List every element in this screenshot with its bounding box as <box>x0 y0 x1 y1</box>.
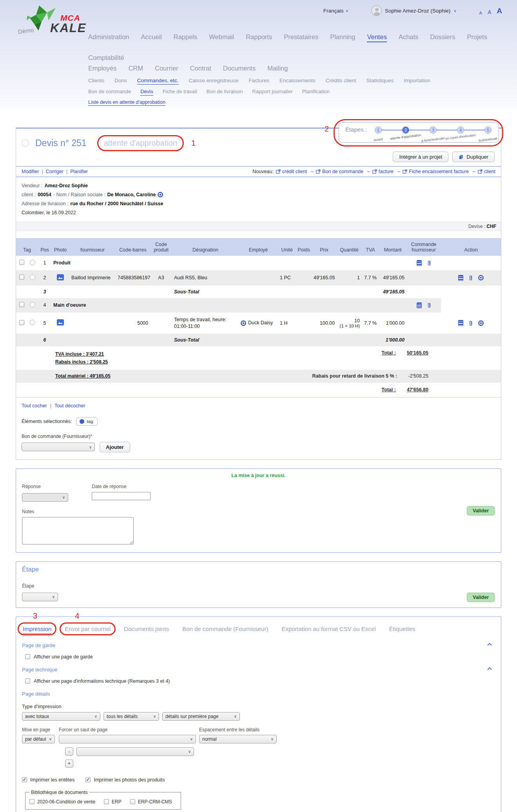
main-nav-item[interactable]: Employés <box>88 65 116 72</box>
tech-page-checkbox[interactable] <box>25 678 30 684</box>
tab-documents-joints[interactable]: Documents joints <box>124 626 169 632</box>
sub-nav-item[interactable]: Planification <box>302 89 330 96</box>
sub-nav-item[interactable]: Statistiques <box>366 78 394 85</box>
stepper-step[interactable]: 4 en cours d'exécution <box>457 127 464 134</box>
main-nav-item[interactable]: Contrat <box>190 65 211 72</box>
main-nav-item[interactable]: Dossiers <box>430 33 455 42</box>
main-nav-item[interactable]: Courrier <box>155 65 178 72</box>
remove-break-button[interactable]: - <box>65 747 73 756</box>
page-break-extra-select[interactable]: ∨ <box>76 747 194 756</box>
row-checkbox[interactable] <box>19 320 24 325</box>
cover-page-checkbox[interactable] <box>25 654 30 659</box>
main-nav-item[interactable]: Webmail <box>209 33 234 42</box>
plan-link[interactable]: Planifier <box>70 169 88 174</box>
paperclip-icon[interactable] <box>427 302 431 308</box>
stepper-step[interactable]: 3 à livrer/exécuter <box>430 127 437 134</box>
stepper-step[interactable]: 1 ouvert <box>375 127 382 134</box>
main-nav-item[interactable]: Projets <box>467 33 487 42</box>
collapse-chevron-icon[interactable] <box>487 643 492 647</box>
main-nav-item[interactable]: Ventes <box>367 33 386 42</box>
doc-erp-crm-cms-checkbox[interactable] <box>130 799 135 804</box>
duplicate-button[interactable]: Dupliquer <box>452 152 495 162</box>
sub-nav-item[interactable]: Rapport journalier <box>252 89 292 96</box>
row-radio[interactable] <box>30 260 35 265</box>
tab-etiquettes[interactable]: Étiquettes <box>389 626 415 632</box>
tab-impression[interactable]: Impression <box>23 626 51 634</box>
layout-select[interactable]: par défaut∨ <box>22 735 55 743</box>
sub-nav-item[interactable]: Fiche de travail <box>163 89 197 96</box>
validate-response-button[interactable]: Valider <box>467 506 495 515</box>
font-size-medium-button[interactable]: A <box>488 9 491 15</box>
new-link[interactable]: Fiche encaissement facture <box>403 169 475 174</box>
new-link[interactable]: client <box>478 169 495 174</box>
paperclip-icon[interactable] <box>469 320 473 326</box>
main-nav-item[interactable]: Achats <box>399 33 418 42</box>
language-selector[interactable]: Français ∨ <box>323 8 348 14</box>
main-nav-item[interactable]: Planning <box>330 33 355 42</box>
main-nav-item[interactable]: Rapports <box>246 33 272 42</box>
row-radio[interactable] <box>30 275 35 280</box>
validate-step-button[interactable]: Valider <box>467 593 495 602</box>
doc-erp-checkbox[interactable] <box>104 799 109 804</box>
reponse-select[interactable]: ∨ <box>22 493 68 502</box>
sub-nav-item[interactable]: Bon de livraison <box>207 89 243 96</box>
modify-link[interactable]: Modifier <box>22 169 39 174</box>
tab-bon-commande[interactable]: Bon de commande (Fournisseur) <box>182 626 268 632</box>
add-break-button[interactable]: + <box>65 760 73 768</box>
new-link[interactable]: crédit client <box>276 169 314 174</box>
paperclip-icon[interactable] <box>469 275 473 281</box>
sub-nav-item[interactable]: Encaissements <box>279 78 316 85</box>
sub-nav-item[interactable]: Clients <box>88 78 104 85</box>
view-row-eye-icon[interactable] <box>478 320 484 326</box>
photo-icon[interactable] <box>57 319 64 326</box>
details-icon[interactable] <box>458 320 463 326</box>
new-link[interactable]: Bon de commande <box>316 169 370 174</box>
main-nav-item[interactable]: Rappels <box>174 33 198 42</box>
notes-textarea[interactable] <box>22 517 134 544</box>
sub-nav-item[interactable]: Factures <box>249 78 269 85</box>
date-reponse-input[interactable] <box>92 492 151 500</box>
new-link[interactable]: facture <box>372 169 400 174</box>
stepper-step[interactable]: 2 attente d'approbation <box>402 127 409 134</box>
user-menu[interactable]: Sophie Amez-Droz (Sophie) ∨ <box>371 5 457 16</box>
font-size-small-button[interactable]: A <box>479 11 482 15</box>
main-nav-item[interactable]: Prestataires <box>284 33 318 42</box>
view-row-eye-icon[interactable] <box>478 275 484 280</box>
print-type-select[interactable]: avec totaux∨ <box>22 712 100 721</box>
row-radio[interactable] <box>30 302 35 307</box>
add-button[interactable]: Ajouter <box>100 442 130 452</box>
row-checkbox[interactable] <box>19 302 24 307</box>
supplier-order-select[interactable]: ∨ <box>22 443 95 451</box>
sub-nav-item[interactable]: Importation <box>404 78 430 85</box>
step-select[interactable]: ∨ <box>22 593 58 601</box>
collapse-chevron-icon[interactable] <box>487 667 492 672</box>
print-headers-checkbox[interactable] <box>22 777 27 782</box>
check-all-link[interactable]: Tout cocher <box>22 403 47 409</box>
tab-export-csv[interactable]: Exportation au format CSV ou Excel <box>281 626 376 632</box>
integrate-project-button[interactable]: Intégrer à un projet <box>393 152 448 162</box>
row-checkbox[interactable] <box>19 275 24 280</box>
tab-envoi-courriel[interactable]: Envoi par courriel <box>65 626 111 632</box>
correct-link[interactable]: Corriger <box>46 169 63 174</box>
photo-icon[interactable] <box>57 274 64 280</box>
main-nav-item[interactable]: CRM <box>128 65 143 72</box>
row-radio[interactable] <box>30 320 35 325</box>
sub-nav-item[interactable]: Crédits client <box>325 78 356 85</box>
main-nav-item[interactable]: Administration <box>88 33 129 42</box>
first-page-select[interactable]: détails sur première page∨ <box>162 712 240 721</box>
main-nav-item[interactable]: Comptabilité <box>88 54 124 61</box>
main-nav-item[interactable]: Mailing <box>267 65 288 72</box>
app-logo[interactable]: MCA KALE Démo <box>18 3 93 38</box>
sub-nav-item[interactable]: Caisse enregistreuse <box>189 78 239 85</box>
row-checkbox[interactable] <box>19 260 24 265</box>
font-size-large-button[interactable]: A <box>497 7 502 15</box>
view-client-eye-icon[interactable] <box>158 192 163 197</box>
stepper-step[interactable]: 5 livré/exécuté <box>484 127 492 134</box>
sub-nav-item[interactable]: Commandes, etc. <box>137 78 179 85</box>
tag-chip[interactable]: tag <box>76 417 98 426</box>
sub-nav-item[interactable]: Bon de commande <box>88 89 131 96</box>
spacing-select[interactable]: normal∨ <box>199 735 277 743</box>
doc-condition-vente-checkbox[interactable] <box>29 799 34 804</box>
pending-quotes-link[interactable]: Liste devis en attente d'approbation <box>88 99 165 106</box>
details-icon[interactable] <box>458 275 463 281</box>
